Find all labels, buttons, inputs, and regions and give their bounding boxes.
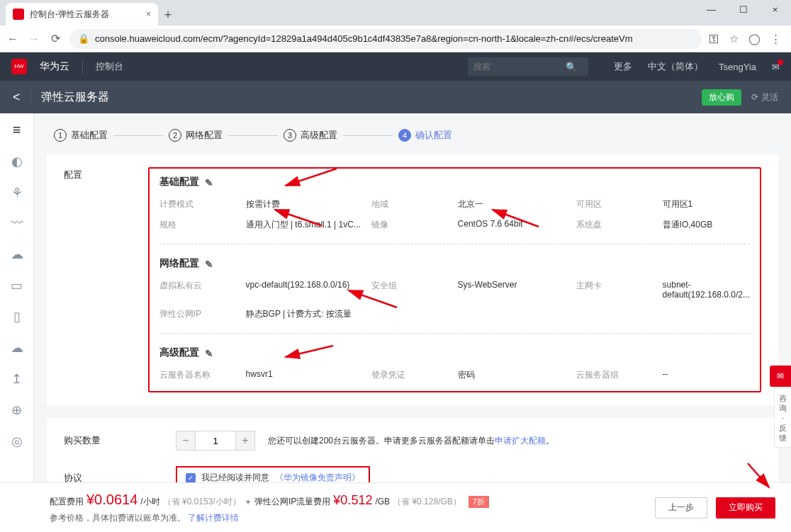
nav-upload-icon[interactable]: ↥ bbox=[11, 371, 22, 387]
new-tab-button[interactable]: + bbox=[158, 4, 178, 26]
network-section-header: 网络配置 ✎ bbox=[159, 257, 750, 270]
mail-icon[interactable]: ✉ bbox=[772, 62, 780, 72]
reload-icon[interactable]: ⟳ bbox=[48, 32, 62, 45]
nav-globe-icon[interactable]: ⊕ bbox=[11, 402, 22, 418]
agreement-row: 协议 ✓ 我已经阅读并同意 《华为镜像免责声明》 bbox=[64, 466, 761, 482]
step-wizard: 1基础配置 2网络配置 3高级配置 4确认配置 bbox=[47, 126, 778, 154]
url-text: console.huaweicloud.com/ecm/?agencyId=12… bbox=[95, 33, 633, 44]
more-link[interactable]: 更多 bbox=[614, 60, 632, 73]
language-switch[interactable]: 中文（简体） bbox=[648, 60, 703, 73]
qty-plus-button[interactable]: + bbox=[235, 431, 255, 451]
username[interactable]: TsengYia bbox=[719, 62, 756, 72]
eip-value: 静态BGP | 计费方式: 按流量 bbox=[246, 308, 370, 320]
sg-value: Sys-WebServer bbox=[458, 280, 575, 300]
browser-tab[interactable]: 控制台-弹性云服务器 × bbox=[6, 3, 158, 26]
feedback-tab[interactable]: 咨询 · 反馈 bbox=[774, 388, 791, 448]
server-name-label: 云服务器名称 bbox=[159, 369, 245, 381]
huawei-logo: HW bbox=[11, 59, 27, 74]
side-chat-icon[interactable]: ✉ bbox=[770, 366, 791, 387]
nav-device-icon[interactable]: ▭ bbox=[11, 278, 23, 293]
disk-label: 系统盘 bbox=[576, 219, 661, 231]
image-value: CentOS 7.6 64bit bbox=[458, 219, 575, 231]
price-summary: 配置费用 ¥0.0614 /小时 （省 ¥0.0153/小时） ＋ 弹性公网IP… bbox=[50, 492, 489, 508]
agreement-checkbox[interactable]: ✓ bbox=[186, 473, 196, 483]
nav-cloud-icon[interactable]: ☁ bbox=[11, 340, 23, 356]
vpc-value: vpc-default(192.168.0.0/16) bbox=[246, 280, 370, 300]
image-label: 镜像 bbox=[371, 219, 456, 231]
region-label: 地域 bbox=[371, 198, 456, 210]
back-button[interactable]: < bbox=[13, 90, 21, 105]
menu-icon[interactable]: ⋮ bbox=[770, 33, 781, 45]
agreement-highlight: ✓ 我已经阅读并同意 《华为镜像免责声明》 bbox=[176, 466, 370, 482]
edit-icon[interactable]: ✎ bbox=[205, 177, 215, 187]
search-icon[interactable]: 🔍 bbox=[566, 62, 577, 72]
brand-text: 华为云 bbox=[40, 60, 69, 73]
sg-label: 安全组 bbox=[371, 280, 456, 300]
prev-button[interactable]: 上一步 bbox=[655, 497, 707, 519]
login-value: 密码 bbox=[458, 369, 575, 381]
forward-icon[interactable]: → bbox=[27, 33, 41, 45]
back-icon[interactable]: ← bbox=[6, 33, 20, 45]
divider bbox=[82, 60, 83, 74]
agreement-text: 我已经阅读并同意 bbox=[201, 472, 269, 482]
nav-storage-icon[interactable]: ☁ bbox=[11, 247, 23, 262]
qty-minus-button[interactable]: − bbox=[176, 431, 196, 451]
nav-compute-icon[interactable]: ◐ bbox=[11, 154, 23, 169]
billing-label: 计费模式 bbox=[159, 198, 245, 210]
window-controls: — ☐ × bbox=[695, 0, 791, 21]
relax-buy-badge[interactable]: 放心购 bbox=[702, 89, 741, 106]
purchase-card: 购买数量 − + 您还可以创建200台云服务器。申请更多云服务器配额请单击申请扩… bbox=[47, 418, 778, 482]
nic-value: subnet-default(192.168.0.0/2... bbox=[663, 280, 750, 300]
edit-icon[interactable]: ✎ bbox=[205, 259, 215, 268]
agreement-label: 协议 bbox=[64, 472, 163, 483]
nav-graph-icon[interactable]: 〰 bbox=[11, 216, 23, 231]
maximize-button[interactable]: ☐ bbox=[727, 0, 759, 21]
vpc-label: 虚拟私有云 bbox=[159, 280, 245, 300]
config-card: 配置 基础配置 ✎ 计费模式 按需计费 地域 北京一 可用区 bbox=[47, 154, 778, 405]
nav-cluster-icon[interactable]: ⚘ bbox=[11, 185, 23, 200]
qty-input[interactable] bbox=[196, 431, 235, 451]
close-tab-icon[interactable]: × bbox=[146, 9, 151, 19]
basic-grid: 计费模式 按需计费 地域 北京一 可用区 可用区1 规格 通用入门型 | t6.… bbox=[159, 198, 750, 231]
nav-card-icon[interactable]: ▯ bbox=[13, 309, 21, 324]
quantity-stepper[interactable]: − + bbox=[176, 431, 255, 451]
spec-label: 规格 bbox=[159, 219, 245, 231]
page-title: 弹性云服务器 bbox=[41, 90, 109, 105]
step-network[interactable]: 2网络配置 bbox=[169, 129, 223, 142]
divider bbox=[30, 90, 31, 104]
search-input[interactable] bbox=[473, 62, 566, 72]
edit-icon[interactable]: ✎ bbox=[205, 348, 215, 358]
buy-now-button[interactable]: 立即购买 bbox=[716, 497, 775, 519]
pricing-detail-link[interactable]: 了解计费详情 bbox=[188, 513, 239, 523]
config-highlight-box: 基础配置 ✎ 计费模式 按需计费 地域 北京一 可用区 可用区1 规格 通用入门… bbox=[148, 167, 761, 392]
refresh-hint[interactable]: ⟳灵活 bbox=[751, 91, 778, 103]
az-value: 可用区1 bbox=[663, 198, 750, 210]
key-icon[interactable]: ⚿ bbox=[709, 33, 719, 45]
nic-label: 主网卡 bbox=[576, 280, 661, 300]
browser-tab-strip: 控制台-弹性云服务器 × + — ☐ × bbox=[0, 0, 791, 26]
address-bar[interactable]: 🔒 console.huaweicloud.com/ecm/?agencyId=… bbox=[69, 29, 702, 49]
global-search[interactable]: 🔍 bbox=[468, 57, 588, 76]
step-basic[interactable]: 1基础配置 bbox=[54, 129, 108, 142]
region-value: 北京一 bbox=[458, 198, 575, 210]
eip-price: ¥0.512 bbox=[333, 493, 372, 508]
star-icon[interactable]: ☆ bbox=[729, 33, 739, 45]
close-window-button[interactable]: × bbox=[759, 0, 791, 21]
advanced-grid: 云服务器名称 hwsvr1 登录凭证 密码 云服务器组 -- bbox=[159, 369, 750, 381]
step-confirm[interactable]: 4确认配置 bbox=[398, 129, 452, 142]
hamburger-icon[interactable]: ≡ bbox=[13, 122, 21, 138]
quota-link[interactable]: 申请扩大配额 bbox=[495, 436, 546, 446]
lock-icon: 🔒 bbox=[78, 33, 89, 44]
nav-circle-icon[interactable]: ◎ bbox=[11, 434, 23, 449]
disclaimer-link[interactable]: 《华为镜像免责声明》 bbox=[275, 472, 360, 482]
app-header: HW 华为云 控制台 🔍 更多 中文（简体） TsengYia ✉ bbox=[0, 52, 791, 81]
side-nav: ≡ ◐ ⚘ 〰 ☁ ▭ ▯ ☁ ↥ ⊕ ◎ bbox=[0, 113, 34, 482]
minimize-button[interactable]: — bbox=[695, 0, 727, 21]
footer-bar: 配置费用 ¥0.0614 /小时 （省 ¥0.0153/小时） ＋ 弹性公网IP… bbox=[0, 482, 791, 532]
quantity-row: 购买数量 − + 您还可以创建200台云服务器。申请更多云服务器配额请单击申请扩… bbox=[64, 431, 761, 451]
console-link[interactable]: 控制台 bbox=[96, 60, 123, 73]
config-price: ¥0.0614 bbox=[86, 492, 138, 508]
step-advanced[interactable]: 3高级配置 bbox=[284, 129, 337, 142]
profile-icon[interactable]: ◯ bbox=[748, 33, 761, 45]
az-label: 可用区 bbox=[576, 198, 661, 210]
